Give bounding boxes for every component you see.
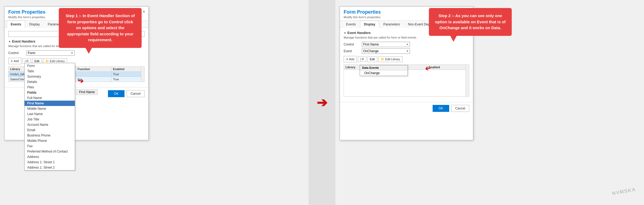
dialog-footer-2: OK Cancel bbox=[340, 102, 473, 115]
plus-icon-1: + bbox=[11, 59, 13, 63]
close-button-1[interactable]: × bbox=[143, 9, 145, 14]
ok-button-2[interactable]: OK bbox=[433, 105, 449, 112]
dropdown-item-summary[interactable]: Summary bbox=[25, 74, 75, 79]
control-label-2: Control bbox=[344, 43, 360, 46]
edit-lib-icon-1: 📁 bbox=[45, 59, 49, 63]
dropdown-item-form[interactable]: Form bbox=[25, 63, 75, 69]
tab-events-1[interactable]: Events bbox=[7, 21, 25, 28]
edit-lib-label-1: Edit Library bbox=[50, 59, 65, 63]
data-events-header: Data Events bbox=[360, 65, 408, 70]
cell-enabled-1: True bbox=[111, 72, 144, 77]
tab-display-2[interactable]: Display bbox=[360, 21, 379, 28]
step1-tooltip: Step 1 :- In Event Handler Section of fo… bbox=[59, 8, 142, 48]
add-label-1: Add bbox=[14, 59, 19, 63]
dropdown-item-fields: Fields bbox=[25, 90, 75, 95]
control-select-wrapper-2[interactable]: First Name bbox=[362, 42, 410, 47]
control-dropdown-popup-1[interactable]: Form Tabs Summary Details Files Fields F… bbox=[24, 63, 75, 170]
data-events-popup[interactable]: Data Events OnChange bbox=[360, 65, 408, 76]
control-row-2: Control First Name bbox=[344, 42, 469, 47]
edit-label-1: Edit bbox=[34, 59, 40, 63]
event-label-2: Event bbox=[344, 49, 360, 53]
add-button-2[interactable]: + Add bbox=[344, 56, 357, 62]
step2-text: Step 2 :- As you can see only one option… bbox=[435, 13, 506, 30]
dropdown-item-address[interactable]: Address bbox=[25, 154, 75, 160]
cancel-button-2[interactable]: Cancel bbox=[451, 105, 469, 112]
control-select-2[interactable]: First Name bbox=[362, 42, 410, 47]
dropdown-item-accountname[interactable]: Account Name bbox=[25, 122, 75, 127]
toolbar-2: + Add | R Edit 📁 Edit Library bbox=[344, 56, 469, 62]
dropdown-item-mobilephone[interactable]: Mobile Phone bbox=[25, 138, 75, 143]
ok-button-1[interactable]: OK bbox=[108, 90, 124, 97]
scrollbar-1[interactable] bbox=[141, 66, 145, 82]
tab-parameters-2[interactable]: Parameters bbox=[379, 21, 404, 28]
event-select-wrapper-2[interactable]: OnChange bbox=[362, 48, 410, 54]
col-enabled-2h: Enabled bbox=[427, 65, 469, 70]
triangle-icon-2: ▼ bbox=[344, 32, 346, 35]
remove-button-2[interactable]: | R bbox=[358, 56, 366, 62]
remove-label-1: | R bbox=[25, 59, 29, 63]
tooltip-arrow-2 bbox=[450, 36, 457, 42]
right-panel: Form Properties Modify this form's prope… bbox=[335, 0, 644, 205]
watermark: nvmska bbox=[612, 187, 636, 196]
dropdown-item-addr1str2[interactable]: Address 1: Street 2 bbox=[25, 165, 75, 170]
col-enabled-1: Enabled bbox=[111, 67, 144, 72]
plus-icon-2: + bbox=[346, 57, 348, 61]
popup-item-onchange[interactable]: OnChange bbox=[360, 70, 408, 76]
control-select-wrapper-1[interactable]: Form bbox=[26, 50, 75, 56]
section-title-2: Event Handlers bbox=[347, 31, 371, 35]
step2-tooltip: Step 2 :- As you can see only one option… bbox=[429, 8, 512, 36]
section-title-1: Event Handlers bbox=[12, 40, 35, 43]
tooltip-arrow-1 bbox=[86, 48, 92, 54]
dropdown-item-details[interactable]: Details bbox=[25, 79, 75, 85]
dropdown-item-lastname[interactable]: Last Name bbox=[25, 111, 75, 117]
add-button-1[interactable]: + Add bbox=[8, 58, 21, 64]
divider-arrow: ➔ bbox=[309, 0, 335, 205]
dropdown-item-middlename[interactable]: Middle Name bbox=[25, 106, 75, 111]
step1-text: Step 1 :- In Event Handler Section of fo… bbox=[66, 13, 135, 42]
control-select-1[interactable]: Form bbox=[26, 50, 75, 56]
left-panel: Form Properties Modify this form's prope… bbox=[0, 0, 309, 205]
edit-lib-label-2: Edit Library bbox=[385, 58, 400, 61]
remove-label-2: | R bbox=[360, 58, 364, 61]
cell-enabled-2: True bbox=[111, 77, 144, 82]
dropdown-item-files[interactable]: Files bbox=[25, 85, 75, 90]
add-label-2: Add bbox=[349, 58, 354, 61]
scrollbar-2[interactable] bbox=[465, 64, 469, 97]
firstname-tooltip-label: First Name bbox=[76, 89, 98, 95]
cell-function-1 bbox=[76, 72, 111, 77]
control-label-1: Control bbox=[8, 51, 24, 55]
cancel-button-1[interactable]: Cancel bbox=[127, 90, 145, 97]
dropdown-item-jobtitle[interactable]: Job Title bbox=[25, 117, 75, 122]
tab-events-2[interactable]: Events bbox=[342, 21, 360, 28]
event-row-2: Event OnChange bbox=[344, 48, 469, 54]
event-select-2[interactable]: OnChange bbox=[362, 48, 410, 54]
dropdown-item-tabs[interactable]: Tabs bbox=[25, 69, 75, 74]
col-function-1: Function bbox=[76, 67, 111, 72]
edit-lib-button-2[interactable]: 📁 Edit Library bbox=[378, 56, 403, 62]
middle-arrow-icon: ➔ bbox=[317, 95, 327, 110]
dropdown-item-email[interactable]: Email bbox=[25, 127, 75, 133]
edit-button-2[interactable]: Edit bbox=[367, 56, 377, 62]
dropdown-item-prefmethod[interactable]: Preferred Method of Contact bbox=[25, 149, 75, 154]
dropdown-item-bizphone[interactable]: Business Phone bbox=[25, 133, 75, 138]
dropdown-item-fullname[interactable]: Full Name bbox=[25, 95, 75, 101]
triangle-icon-1: ▼ bbox=[8, 40, 11, 43]
edit-lib-icon-2: 📁 bbox=[381, 58, 385, 61]
dropdown-item-firstname[interactable]: First Name bbox=[25, 101, 75, 106]
dropdown-item-addr1str1[interactable]: Address 1: Street 1 bbox=[25, 160, 75, 165]
edit-label-2: Edit bbox=[370, 58, 375, 61]
dropdown-item-fax[interactable]: Fax bbox=[25, 143, 75, 149]
tab-display-1[interactable]: Display bbox=[25, 21, 44, 28]
control-row-1: Control Form bbox=[8, 50, 145, 56]
